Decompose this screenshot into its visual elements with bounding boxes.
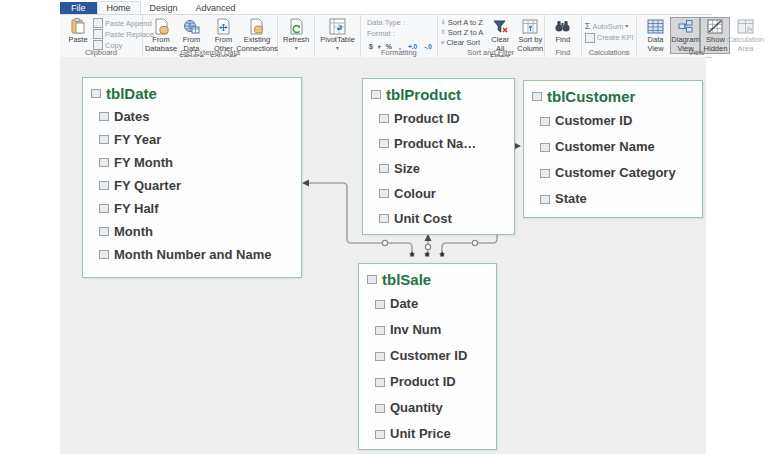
field-name: Dates	[114, 105, 149, 128]
table-header[interactable]: tblProduct	[363, 79, 514, 106]
field-icon	[99, 112, 109, 121]
create-kpi-label: Create KPI	[597, 33, 634, 42]
paste-append-icon	[93, 18, 103, 28]
table-icon	[532, 92, 542, 101]
field-icon	[99, 204, 109, 213]
field-row[interactable]: FY Month	[83, 151, 301, 174]
field-name: Customer ID	[390, 343, 467, 369]
field-row[interactable]: Month Number and Name	[83, 243, 301, 266]
autosum-label: AutoSum	[592, 22, 623, 31]
field-row[interactable]: Unit Cost	[363, 206, 514, 231]
field-row[interactable]: Quantity	[359, 395, 496, 421]
sort-by-column-icon	[522, 18, 538, 35]
group-find: Find Find	[545, 15, 582, 57]
field-row[interactable]: Customer ID	[359, 343, 496, 369]
ribbon-tabs: File Home Design Advanced	[60, 0, 712, 15]
field-icon	[375, 300, 385, 309]
sort-z-to-a-label: Sort Z to A	[448, 28, 483, 37]
pivottable-button[interactable]: PivotTable ▾	[318, 17, 357, 53]
field-row[interactable]: FY Year	[83, 128, 301, 151]
field-name: Unit Cost	[394, 206, 452, 231]
field-name: FY Quarter	[114, 174, 181, 197]
field-name: Product ID	[390, 369, 456, 395]
field-row[interactable]: Inv Num	[359, 317, 496, 343]
field-row[interactable]: Unit Price	[359, 421, 496, 447]
sort-z-to-a-button[interactable]: ⇧Sort Z to A	[441, 28, 483, 37]
field-name: Quantity	[390, 395, 443, 421]
create-kpi-button[interactable]: Create KPI	[585, 33, 634, 43]
data-view-icon	[647, 18, 664, 35]
group-label-formatting: Formatting	[361, 48, 437, 57]
table-tbldate[interactable]: tblDate Dates FY Year FY Month FY Quarte…	[82, 77, 302, 278]
tab-file[interactable]: File	[60, 2, 97, 14]
autosum-dropdown-icon[interactable]: ▾	[625, 23, 628, 30]
diagram-canvas[interactable]: * * * tblDate Dates FY Year FY Month FY …	[60, 57, 706, 454]
field-row[interactable]: Customer ID	[524, 108, 702, 134]
clear-sort-button[interactable]: ⌀Clear Sort	[441, 38, 483, 47]
field-icon	[540, 195, 550, 204]
refresh-dropdown-icon[interactable]: ▾	[295, 45, 298, 52]
field-row[interactable]: Dates	[83, 105, 301, 128]
field-row[interactable]: Product ID	[359, 369, 496, 395]
field-name: FY Year	[114, 128, 161, 151]
autosum-button[interactable]: ΣAutoSum▾	[585, 21, 634, 32]
group-formatting: Data Type : Format : $ ▾ % , +.0 -.0 For…	[361, 15, 438, 57]
field-icon	[540, 169, 550, 178]
sort-az-icon: ⇩	[441, 19, 446, 26]
table-header[interactable]: tblCustomer	[524, 81, 702, 108]
field-row[interactable]: Size	[363, 156, 514, 181]
sort-a-to-z-button[interactable]: ⇩Sort A to Z	[441, 18, 483, 27]
field-name: Month Number and Name	[114, 243, 271, 266]
diagram-view-icon	[677, 18, 694, 35]
autosum-icon: Σ	[585, 21, 591, 32]
pivottable-icon	[329, 18, 346, 35]
group-label-sort-filter: Sort and Filter	[438, 48, 544, 57]
field-row[interactable]: FY Half	[83, 197, 301, 220]
table-header[interactable]: tblSale	[359, 264, 496, 291]
pivottable-label: PivotTable	[320, 36, 355, 45]
paste-button[interactable]: Paste	[63, 17, 93, 46]
field-icon	[379, 189, 389, 198]
field-name: FY Half	[114, 197, 159, 220]
field-icon	[375, 352, 385, 361]
tab-home[interactable]: Home	[97, 1, 141, 14]
sort-za-icon: ⇧	[441, 29, 446, 36]
field-row[interactable]: Customer Category	[524, 160, 702, 186]
group-sort-filter: ⇩Sort A to Z ⇧Sort Z to A ⌀Clear Sort Cl…	[438, 15, 545, 57]
pivottable-dropdown-icon[interactable]: ▾	[336, 45, 339, 52]
field-name: Month	[114, 220, 153, 243]
table-tblcustomer[interactable]: tblCustomer Customer ID Customer Name Cu…	[523, 80, 703, 218]
tab-advanced[interactable]: Advanced	[187, 2, 245, 14]
group-pivottable: PivotTable ▾	[315, 15, 361, 57]
create-kpi-icon	[585, 33, 595, 43]
table-tblsale[interactable]: tblSale Date Inv Num Customer ID Product…	[358, 263, 497, 450]
field-row[interactable]: Product Na…	[363, 131, 514, 156]
table-name: tblProduct	[386, 86, 461, 103]
table-name: tblSale	[382, 271, 431, 288]
find-button[interactable]: Find	[548, 17, 578, 46]
field-row[interactable]: FY Quarter	[83, 174, 301, 197]
tab-design[interactable]: Design	[141, 2, 187, 14]
filter-arrow-to-tbldate	[302, 180, 309, 187]
field-row[interactable]: State	[524, 186, 702, 212]
refresh-button[interactable]: Refresh ▾	[281, 17, 311, 53]
cardinality-many-1: *	[409, 249, 415, 264]
field-name: State	[555, 186, 587, 212]
clear-filters-icon	[492, 18, 509, 35]
field-row[interactable]: Date	[359, 291, 496, 317]
field-row[interactable]: Colour	[363, 181, 514, 206]
table-tblproduct[interactable]: tblProduct Product ID Product Na… Size C…	[362, 78, 515, 235]
field-icon	[99, 227, 109, 236]
field-row[interactable]: Month	[83, 220, 301, 243]
field-row[interactable]: Product ID	[363, 106, 514, 131]
paste-icon	[70, 18, 86, 35]
table-header[interactable]: tblDate	[83, 78, 301, 105]
table-name: tblCustomer	[547, 88, 635, 105]
powerpivot-window: { "ribbon": { "tabs": [ {"label": "File"…	[0, 0, 768, 454]
group-refresh: Refresh ▾	[278, 15, 315, 57]
relationship-sale-product[interactable]: *	[424, 234, 431, 264]
table-icon	[371, 90, 381, 99]
field-name: Product Na…	[394, 131, 476, 156]
field-icon	[375, 430, 385, 439]
field-row[interactable]: Customer Name	[524, 134, 702, 160]
